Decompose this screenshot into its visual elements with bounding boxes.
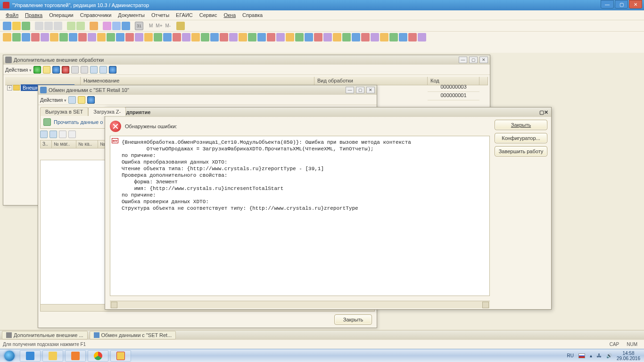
movedown-icon[interactable] (81, 66, 88, 74)
tb-m-label[interactable]: M (148, 23, 154, 28)
dlg-configurator-button[interactable]: Конфигуратор... (495, 133, 547, 143)
win-close-button[interactable]: ✕ (479, 57, 488, 63)
win-min-button[interactable]: — (346, 87, 354, 93)
help-icon[interactable] (87, 96, 95, 104)
tb-mminus-label[interactable]: M- (165, 23, 172, 28)
r2-icon[interactable] (191, 33, 200, 41)
r2-icon[interactable] (380, 33, 388, 41)
tb-open-icon[interactable] (12, 22, 21, 30)
delete-icon[interactable] (62, 66, 69, 74)
tb-misc2-icon[interactable] (112, 22, 121, 30)
menu-catalogs[interactable]: Справочники (77, 11, 115, 19)
add-icon[interactable] (33, 66, 41, 74)
code-cell[interactable]: 000000003 (428, 83, 479, 92)
menu-egais[interactable]: ЕГАИС (173, 11, 196, 19)
tb-wrench-icon[interactable] (176, 22, 185, 30)
os-maximize-button[interactable]: ▢ (615, 0, 628, 8)
menu-edit[interactable]: Правка (22, 11, 45, 19)
taskstrip-item-set-retail[interactable]: Обмен данными с "SET Ret... (90, 331, 176, 339)
refresh-icon[interactable] (99, 66, 107, 74)
window-external-processors-titlebar[interactable]: Дополнительные внешние обработки — ▢ ✕ (3, 55, 490, 65)
error-dialog-titlebar[interactable]: 1С:Предприятие ▢ ✕ (105, 107, 551, 117)
help-icon[interactable] (109, 66, 116, 74)
read-sales-button[interactable]: Прочитать данные о про (54, 119, 113, 125)
tree-expand-icon[interactable]: + (7, 85, 12, 90)
window-set-retail-titlebar[interactable]: Обмен данными с "SET Retail 10" — ▢ ✕ (38, 85, 377, 95)
menu-operations[interactable]: Операции (46, 11, 76, 19)
r2-icon[interactable] (59, 33, 68, 41)
r2-icon[interactable] (220, 33, 228, 41)
taskbar-ie[interactable] (20, 350, 41, 362)
r2-icon[interactable] (408, 33, 417, 41)
r2-icon[interactable] (97, 33, 106, 41)
r2-icon[interactable] (69, 33, 77, 41)
edit-icon[interactable] (52, 66, 60, 74)
r2-icon[interactable] (116, 33, 124, 41)
col-name[interactable]: Наименование (81, 77, 314, 85)
grid-icon-1[interactable] (40, 131, 48, 138)
dlg-close-action-button[interactable]: Закрыть (495, 120, 547, 130)
tab-import-z[interactable]: Загрузка Z- (88, 107, 126, 116)
tray-chevron-icon[interactable]: ▴ (590, 353, 592, 358)
r2-icon[interactable] (399, 33, 407, 41)
r2-icon[interactable] (144, 33, 153, 41)
os-titlebar[interactable]: "Управление торговлей", редакция 10.3 / … (0, 0, 644, 10)
r2-icon[interactable] (22, 33, 30, 41)
folder-icon[interactable] (43, 66, 50, 74)
r2-icon[interactable] (154, 33, 162, 41)
settings-icon[interactable] (78, 96, 85, 104)
r2-icon[interactable] (361, 33, 370, 41)
r2-icon[interactable] (418, 33, 426, 41)
tray-clock[interactable]: 14:58 29.06.2016 (617, 351, 640, 361)
r2-icon[interactable] (31, 33, 40, 41)
tb-misc1-icon[interactable] (103, 22, 111, 30)
dlg-close-button[interactable]: ✕ (544, 109, 548, 115)
actions-dropdown[interactable]: Действия (5, 67, 32, 73)
taskbar-media[interactable] (65, 350, 86, 362)
menu-file[interactable]: Файл (3, 11, 21, 19)
tb-calendar-icon[interactable]: 31 (135, 22, 143, 30)
tb-new-icon[interactable] (3, 22, 11, 30)
tb-misc3-icon[interactable] (122, 22, 130, 30)
r2-icon[interactable] (201, 33, 209, 41)
tray-network-icon[interactable]: 🖧 (597, 353, 602, 358)
r2-icon[interactable] (305, 33, 313, 41)
r2-icon[interactable] (3, 33, 11, 41)
r2-icon[interactable] (257, 33, 266, 41)
r2-icon[interactable] (50, 33, 58, 41)
r2-icon[interactable] (352, 33, 360, 41)
r2-icon[interactable] (163, 33, 172, 41)
os-minimize-button[interactable]: — (601, 0, 614, 8)
win-close-button[interactable]: ✕ (366, 87, 375, 93)
r2-icon[interactable] (342, 33, 351, 41)
r2-icon[interactable] (239, 33, 247, 41)
tray-lang[interactable]: RU (567, 353, 573, 358)
col-mag[interactable]: № маг.. (52, 140, 76, 148)
tb-mplus-label[interactable]: M+ (155, 23, 163, 28)
r2-icon[interactable] (389, 33, 398, 41)
menu-windows[interactable]: Окна (221, 11, 239, 19)
filter-icon[interactable] (90, 66, 98, 74)
sort-asc-icon[interactable] (59, 131, 66, 138)
r2-icon[interactable] (267, 33, 275, 41)
run-icon[interactable] (68, 96, 76, 104)
tb-find-icon[interactable] (90, 22, 98, 30)
r2-icon[interactable] (314, 33, 322, 41)
r2-icon[interactable] (371, 33, 379, 41)
menu-documents[interactable]: Документы (115, 11, 148, 19)
dlg-max-button[interactable]: ▢ (539, 109, 544, 115)
error-text-area[interactable]: err {ВнешняяОбработка.ОбменРозница1_Сет1… (110, 136, 490, 296)
taskstrip-item-external[interactable]: Дополнительные внешние ... (2, 331, 88, 339)
tab-export-set[interactable]: Выгрузка в SET (40, 107, 88, 116)
r2-icon[interactable] (286, 33, 294, 41)
col-kassa[interactable]: № ка.. (76, 140, 98, 148)
tb-copy-icon[interactable] (44, 22, 53, 30)
code-cell[interactable]: 000000001 (428, 92, 479, 100)
col-z[interactable]: З.. (41, 140, 52, 148)
r2-icon[interactable] (295, 33, 304, 41)
r2-icon[interactable] (78, 33, 87, 41)
r2-icon[interactable] (182, 33, 190, 41)
win-max-button[interactable]: ▢ (469, 57, 478, 63)
r2-icon[interactable] (135, 33, 143, 41)
sort-desc-icon[interactable] (68, 131, 76, 138)
